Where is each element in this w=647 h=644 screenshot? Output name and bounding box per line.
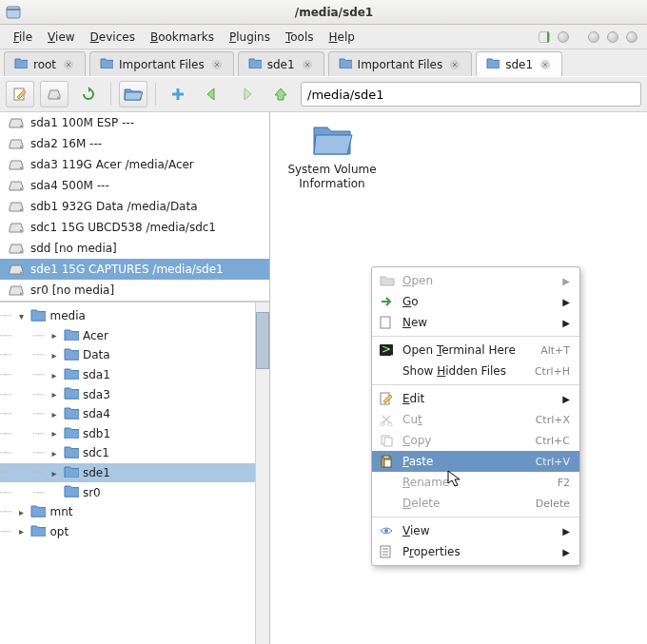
props-icon bbox=[380, 545, 395, 558]
device-row[interactable]: sdd [no media] bbox=[0, 238, 269, 259]
tab-4[interactable]: sde1 bbox=[476, 51, 562, 76]
tool-refresh[interactable] bbox=[74, 81, 103, 107]
tree-row[interactable]: ┈┈┈┈▸sdb1 bbox=[0, 424, 255, 444]
menu-label: New bbox=[402, 316, 555, 329]
tab-close-icon[interactable] bbox=[62, 58, 75, 71]
status-led-green bbox=[539, 31, 550, 43]
device-row[interactable]: sde1 15G CAPTURES /media/sde1 bbox=[0, 259, 269, 280]
folder-icon bbox=[248, 57, 262, 71]
tree-scrollbar[interactable] bbox=[255, 302, 269, 644]
tree-expander[interactable]: ▾ bbox=[15, 311, 27, 322]
menu-item-new[interactable]: New▶ bbox=[372, 312, 579, 333]
tree-expander[interactable]: ▸ bbox=[49, 389, 60, 400]
scroll-thumb[interactable] bbox=[256, 312, 269, 369]
device-row[interactable]: sr0 [no media] bbox=[0, 280, 269, 301]
menu-help[interactable]: Help bbox=[322, 28, 363, 47]
menu-plugins[interactable]: Plugins bbox=[222, 28, 278, 47]
tab-close-icon[interactable] bbox=[301, 58, 314, 71]
tree-row[interactable]: ┈┈┈┈ sr0 bbox=[0, 482, 255, 502]
nav-forward[interactable] bbox=[232, 81, 261, 107]
menu-view[interactable]: View bbox=[40, 28, 82, 47]
drive-icon bbox=[8, 263, 25, 276]
menu-item-view[interactable]: View▶ bbox=[372, 520, 579, 541]
tree-expander[interactable] bbox=[49, 487, 60, 498]
menu-item-cut: CutCtrl+X bbox=[372, 409, 579, 430]
tree-expander[interactable]: ▸ bbox=[49, 428, 60, 439]
tab-0[interactable]: root bbox=[4, 51, 86, 76]
device-row[interactable]: sda2 16M --- bbox=[0, 133, 269, 154]
tree-label: sr0 bbox=[83, 486, 101, 499]
terminal-icon: >_ bbox=[380, 344, 395, 356]
menu-label: Paste bbox=[402, 455, 528, 468]
menu-file[interactable]: File bbox=[6, 28, 40, 47]
folder-icon bbox=[64, 445, 79, 461]
tree-row[interactable]: ┈┈┈┈▸sda3 bbox=[0, 384, 255, 404]
menu-item-show-hidden-files[interactable]: Show Hidden FilesCtrl+H bbox=[372, 361, 579, 381]
tree-label: Data bbox=[83, 348, 110, 361]
nav-up[interactable] bbox=[266, 81, 295, 107]
device-label: sda1 100M ESP --- bbox=[30, 116, 134, 129]
window-title: /media/sde1 bbox=[27, 6, 641, 19]
menu-item-edit[interactable]: Edit▶ bbox=[372, 388, 579, 409]
tab-3[interactable]: Important Files bbox=[328, 51, 473, 76]
svg-point-8 bbox=[57, 97, 59, 99]
tree-expander[interactable]: ▸ bbox=[49, 330, 60, 341]
file-view[interactable]: System Volume Information Open▶Go▶New▶>_… bbox=[270, 112, 647, 644]
tab-close-icon[interactable] bbox=[210, 58, 224, 71]
tree-row[interactable]: ┈┈┈┈▸sdc1 bbox=[0, 443, 255, 463]
menu-bookmarks[interactable]: Bookmarks bbox=[143, 28, 222, 47]
status-led-3 bbox=[607, 31, 618, 43]
tree-expander[interactable]: ▸ bbox=[49, 468, 60, 478]
menu-item-open-terminal-here[interactable]: >_Open Terminal HereAlt+T bbox=[372, 340, 579, 361]
tab-close-icon[interactable] bbox=[539, 58, 552, 71]
tab-2[interactable]: sde1 bbox=[238, 51, 324, 76]
tree-row[interactable]: ┈┈┈┈▸sda4 bbox=[0, 404, 255, 424]
tree-label: sde1 bbox=[83, 466, 110, 479]
device-row[interactable]: sdb1 932G Data /media/Data bbox=[0, 196, 269, 217]
tab-1[interactable]: Important Files bbox=[89, 51, 234, 76]
tree-expander[interactable]: ▸ bbox=[49, 409, 60, 420]
device-row[interactable]: sda3 119G Acer /media/Acer bbox=[0, 154, 269, 175]
menu-item-go[interactable]: Go▶ bbox=[372, 291, 579, 312]
nav-back[interactable] bbox=[198, 81, 226, 107]
folder-item[interactable]: System Volume Information bbox=[280, 122, 384, 191]
path-input[interactable] bbox=[301, 82, 641, 107]
tree-expander[interactable]: ▸ bbox=[49, 370, 60, 381]
tool-drive[interactable] bbox=[40, 81, 69, 107]
drive-icon bbox=[8, 116, 25, 129]
tab-close-icon[interactable] bbox=[448, 58, 461, 71]
device-label: sdb1 932G Data /media/Data bbox=[30, 200, 198, 213]
menu-item-paste[interactable]: PasteCtrl+V bbox=[372, 451, 579, 472]
tree-row[interactable]: ┈┈▾media bbox=[0, 306, 255, 326]
menu-tools[interactable]: Tools bbox=[278, 28, 322, 47]
tree-expander[interactable]: ▸ bbox=[15, 507, 27, 517]
tree-row[interactable]: ┈┈▸mnt bbox=[0, 502, 255, 522]
paste-icon bbox=[380, 455, 395, 468]
menu-item-properties[interactable]: Properties▶ bbox=[372, 541, 579, 562]
svg-point-12 bbox=[20, 188, 22, 190]
drive-icon bbox=[8, 179, 25, 192]
submenu-arrow-icon: ▶ bbox=[562, 297, 570, 307]
folder-icon bbox=[30, 504, 46, 520]
tree-expander[interactable]: ▸ bbox=[15, 526, 27, 537]
tool-open-folder[interactable] bbox=[119, 81, 147, 107]
svg-point-13 bbox=[20, 209, 22, 211]
menu-devices[interactable]: Devices bbox=[83, 28, 143, 47]
tree-row[interactable]: ┈┈┈┈▸sda1 bbox=[0, 365, 255, 385]
accel: Delete bbox=[536, 498, 570, 510]
tree-row[interactable]: ┈┈▸opt bbox=[0, 522, 255, 542]
device-row[interactable]: sda4 500M --- bbox=[0, 175, 269, 196]
menu-item-copy: CopyCtrl+C bbox=[372, 430, 579, 451]
tree-expander[interactable]: ▸ bbox=[49, 350, 60, 361]
menu-label: Open Terminal Here bbox=[402, 343, 533, 357]
tree-row[interactable]: ┈┈┈┈▸Acer bbox=[0, 326, 255, 346]
folder-icon bbox=[280, 122, 384, 161]
tool-edit[interactable] bbox=[6, 81, 34, 107]
tool-add[interactable] bbox=[164, 81, 192, 107]
tree-row[interactable]: ┈┈┈┈▸sde1 bbox=[0, 463, 255, 483]
svg-point-29 bbox=[384, 529, 388, 533]
tree-expander[interactable]: ▸ bbox=[49, 448, 60, 459]
tree-row[interactable]: ┈┈┈┈▸Data bbox=[0, 345, 255, 365]
device-row[interactable]: sdc1 15G UBCD538 /media/sdc1 bbox=[0, 217, 269, 238]
device-row[interactable]: sda1 100M ESP --- bbox=[0, 112, 269, 133]
